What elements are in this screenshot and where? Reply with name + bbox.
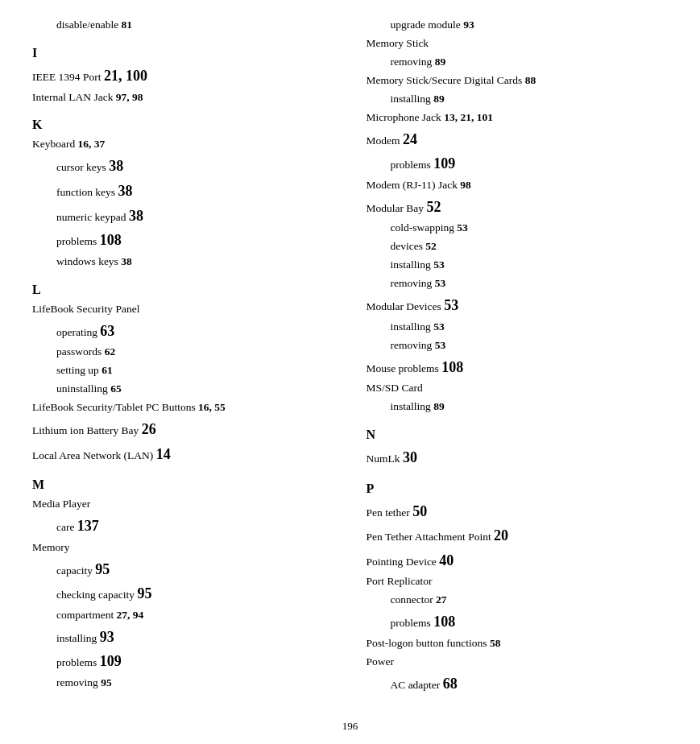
main-entry: IEEE 1394 Port 21, 100 [32,64,334,89]
page-ref: 93 [463,19,474,31]
section-letter: L [32,283,334,297]
page-ref: 95 [101,676,112,688]
sub-entry: numeric keypad 38 [32,204,334,229]
main-entry: Modem 24 [367,127,669,152]
page-ref: 21, 100 [104,68,147,84]
page-ref: 50 [412,503,427,519]
main-entry: Power [367,653,669,672]
page-ref: 53 [433,258,445,271]
sub-entry: passwords 62 [32,343,334,362]
page-ref: 58 [490,637,501,649]
sub-entry: installing 53 [367,318,669,337]
page-ref: 108 [441,359,463,375]
page-ref: 61 [101,364,113,376]
main-entry: LifeBook Security Panel [32,300,334,319]
page-content: disable/enable 81IIEEE 1394 Port 21, 100… [32,16,668,696]
main-entry: Modular Devices 53 [367,293,669,318]
sub-entry: AC adapter 68 [367,672,669,696]
sub-entry: capacity 95 [32,557,334,582]
page-ref: 53 [433,320,445,333]
sub-entry: problems 108 [367,610,669,634]
sub-entry: setting up 61 [32,362,334,380]
page-ref: 53 [435,339,446,351]
page-ref: 30 [403,449,417,465]
sub-entry: removing 95 [32,674,334,692]
column-left: disable/enable 81IIEEE 1394 Port 21, 100… [32,16,350,696]
page-ref: 38 [118,183,133,199]
page-ref: 27, 94 [117,609,144,621]
main-entry: Pointing Device 40 [367,548,669,573]
page-ref: 98 [460,179,471,191]
main-entry: NumLk 30 [367,445,669,470]
main-entry: Keyboard 16, 37 [32,135,334,154]
main-entry: Internal LAN Jack 97, 98 [32,89,334,107]
sub-entry: windows keys 38 [32,253,334,271]
page-ref: 53 [457,221,468,234]
page-ref: 108 [433,614,455,630]
sub-entry: problems 109 [32,649,334,674]
main-entry: Pen Tether Attachment Point 20 [367,523,669,548]
page-ref: 38 [129,208,143,224]
sub-entry: uninstalling 65 [32,380,334,399]
sub-entry: installing 89 [367,90,669,109]
sub-entry: checking capacity 95 [32,581,334,606]
page-ref: 89 [433,400,445,412]
sub-entry: installing 53 [367,256,669,275]
sub-entry: problems 109 [367,151,669,176]
sub-entry: upgrade module 93 [367,16,669,35]
main-entry: Media Player [32,495,334,514]
section-letter: N [367,428,669,442]
page-ref: 62 [105,345,116,358]
main-entry: Memory Stick/Secure Digital Cards 88 [367,72,669,90]
main-entry: Mouse problems 108 [367,355,669,380]
page-ref: 95 [137,585,151,601]
page-ref: 38 [121,255,132,267]
sub-entry: cursor keys 38 [32,154,334,179]
page-ref: 16, 37 [78,138,106,150]
page-ref: 109 [100,653,122,669]
main-entry: LifeBook Security/Tablet PC Buttons 16, … [32,399,334,417]
sub-entry: compartment 27, 94 [32,606,334,625]
main-entry: Pen tether 50 [367,499,669,524]
main-entry: Port Replicator [367,572,669,591]
page-ref: 13, 21, 101 [444,111,493,123]
main-entry: Microphone Jack 13, 21, 101 [367,109,669,127]
sub-entry: connector 27 [367,591,669,610]
page-ref: 88 [525,74,536,86]
page-ref: 38 [109,158,123,174]
main-entry: Lithium ion Battery Bay 26 [32,417,334,442]
main-entry: Modem (RJ-11) Jack 98 [367,176,669,195]
page-ref: 81 [122,19,133,31]
page-ref: 20 [494,527,508,544]
sub-entry: installing 93 [32,625,334,650]
section-letter: K [32,118,334,132]
page-ref: 137 [77,518,99,534]
page-ref: 95 [95,561,110,577]
column-right: upgrade module 93Memory Stickremoving 89… [350,16,669,696]
page-ref: 27 [436,593,447,606]
page-ref: 53 [435,277,446,289]
main-entry: Post-logon button functions 58 [367,634,669,653]
main-entry: Memory Stick [367,35,669,53]
sub-entry: problems 108 [32,228,334,253]
page-ref: 40 [439,552,454,568]
section-letter: I [32,46,334,60]
page-ref: 52 [425,240,437,252]
page-ref: 63 [100,323,114,339]
page-ref: 24 [403,131,417,147]
page-ref: 93 [100,629,114,645]
sub-entry: operating 63 [32,319,334,344]
sub-entry: removing 53 [367,337,669,355]
sub-entry: removing 53 [367,275,669,293]
page-ref: 53 [444,297,458,313]
sub-entry: devices 52 [367,238,669,256]
page-ref: 97, 98 [116,91,143,103]
main-entry: Memory [32,539,334,557]
sub-entry: cold-swapping 53 [367,219,669,238]
section-letter: P [367,482,669,496]
sub-entry: care 137 [32,514,334,539]
page-number: 196 [342,720,358,732]
page-footer: 196 [32,720,668,733]
page-ref: 26 [142,421,156,437]
page-ref: 65 [110,382,122,395]
